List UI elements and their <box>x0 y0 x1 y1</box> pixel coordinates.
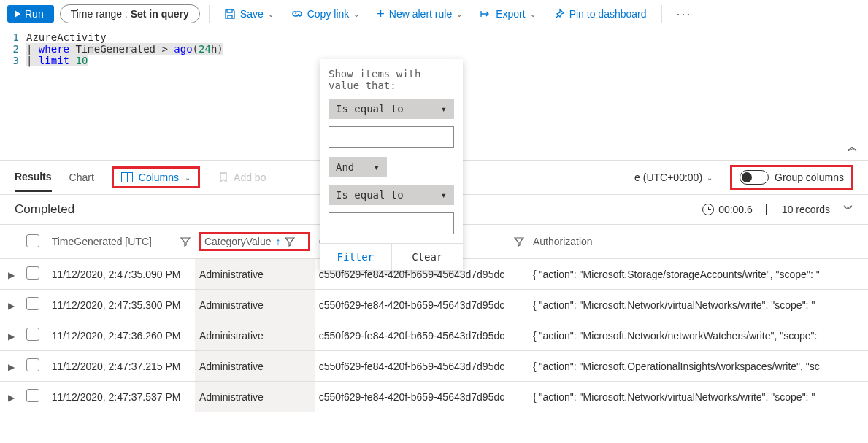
add-bookmark-button: Add bo <box>218 172 266 183</box>
copy-link-label: Copy link <box>307 8 350 20</box>
column-header-category[interactable]: CategoryValue ↑ <box>199 232 310 251</box>
chevron-down-icon: ⌄ <box>185 174 191 182</box>
expand-row-icon[interactable]: ▶ <box>8 331 15 342</box>
save-label: Save <box>240 8 264 20</box>
code-line: AzureActivity <box>26 31 107 43</box>
status-completed: Completed <box>15 202 74 217</box>
column-label: Authorization <box>533 236 593 247</box>
caret-down-icon: ▾ <box>441 103 447 115</box>
pin-icon <box>553 8 565 20</box>
filter-op1-label: Is equal to <box>336 103 404 115</box>
cell-time: 11/12/2020, 2:47:36.260 PM <box>47 320 195 351</box>
cell-authorization: { "action": "Microsoft.OperationalInsigh… <box>529 351 868 382</box>
filter-value-1[interactable] <box>329 126 454 148</box>
caret-down-icon: ▾ <box>441 189 447 201</box>
row-checkbox[interactable] <box>26 328 39 341</box>
pin-button[interactable]: Pin to dashboard <box>548 5 653 23</box>
time-range-picker[interactable]: Time range : Set in query <box>60 4 200 23</box>
run-label: Run <box>25 8 44 20</box>
cell-authorization: { "action": "Microsoft.Network/virtualNe… <box>529 382 868 412</box>
chevron-down-icon: ⌄ <box>268 10 274 18</box>
cell-time: 11/12/2020, 2:47:35.090 PM <box>47 259 195 290</box>
cell-authorization: { "action": "Microsoft.Storage/storageAc… <box>529 259 868 290</box>
export-button[interactable]: Export ⌄ <box>474 5 541 23</box>
row-checkbox[interactable] <box>26 297 39 310</box>
cell-authorization: { "action": "Microsoft.Network/virtualNe… <box>529 290 868 320</box>
separator <box>209 5 210 23</box>
group-columns-control: Group columns <box>730 165 853 190</box>
expand-row-icon[interactable]: ▶ <box>8 301 15 311</box>
cell-time: 11/12/2020, 2:47:37.537 PM <box>47 382 195 412</box>
chevron-down-icon: ⌄ <box>707 174 713 182</box>
record-count: 10 records <box>782 204 830 215</box>
filter-icon[interactable] <box>514 236 524 247</box>
records-icon <box>766 204 777 215</box>
expand-results-icon[interactable]: ︾ <box>843 203 853 216</box>
clock-icon <box>702 204 714 215</box>
chevron-down-icon: ⌄ <box>353 10 359 18</box>
filter-icon[interactable] <box>180 236 191 247</box>
expand-row-icon[interactable]: ▶ <box>8 362 15 372</box>
pin-label: Pin to dashboard <box>569 8 647 20</box>
code-line: | where TimeGenerated > ago(24h) <box>26 43 223 55</box>
cell-category: Administrative <box>195 382 315 412</box>
cell-category: Administrative <box>195 351 315 382</box>
table-row: ▶11/12/2020, 2:47:35.300 PMAdministrativ… <box>0 290 868 320</box>
more-button[interactable]: ··· <box>671 7 698 22</box>
tab-results[interactable]: Results <box>15 163 52 192</box>
line-number: 2 <box>0 43 26 55</box>
new-alert-label: New alert rule <box>389 8 452 20</box>
column-filter-popup: Show items with value that: Is equal to … <box>320 59 463 270</box>
table-row: ▶11/12/2020, 2:47:36.260 PMAdministrativ… <box>0 320 868 351</box>
filter-value-2[interactable] <box>329 212 454 234</box>
save-button[interactable]: Save ⌄ <box>218 5 280 23</box>
expand-row-icon[interactable]: ▶ <box>8 270 15 280</box>
filter-conjunction[interactable]: And ▾ <box>329 157 387 177</box>
group-columns-label: Group columns <box>775 172 844 183</box>
clear-filter-button[interactable]: Clear <box>391 244 464 270</box>
filter-icon[interactable] <box>285 236 295 247</box>
cell-category: Administrative <box>195 320 315 351</box>
filter-operator-2[interactable]: Is equal to ▾ <box>329 185 454 205</box>
column-header-time[interactable]: TimeGenerated [UTC] <box>52 236 191 247</box>
expand-row-icon[interactable]: ▶ <box>8 393 15 403</box>
row-checkbox[interactable] <box>26 358 39 371</box>
filter-operator-1[interactable]: Is equal to ▾ <box>329 99 454 119</box>
column-label: TimeGenerated [UTC] <box>52 236 152 247</box>
columns-label: Columns <box>139 172 179 183</box>
apply-filter-button[interactable]: Filter <box>320 244 391 270</box>
cell-correlation: c550f629-fe84-420f-b659-45643d7d95dc <box>315 382 529 412</box>
line-number: 3 <box>0 55 26 66</box>
cell-time: 11/12/2020, 2:47:37.215 PM <box>47 351 195 382</box>
export-icon <box>480 8 491 20</box>
collapse-editor-icon[interactable]: ︽ <box>848 141 858 154</box>
export-label: Export <box>496 8 525 20</box>
run-button[interactable]: Run <box>7 5 54 23</box>
table-row: ▶11/12/2020, 2:47:37.215 PMAdministrativ… <box>0 351 868 382</box>
table-row: ▶11/12/2020, 2:47:37.537 PMAdministrativ… <box>0 382 868 412</box>
display-time-dropdown[interactable]: e (UTC+00:00) ⌄ <box>634 172 713 183</box>
plus-icon: + <box>377 9 385 19</box>
elapsed-time: 00:00.6 <box>718 204 753 215</box>
separator <box>661 5 662 23</box>
new-alert-button[interactable]: + New alert rule ⌄ <box>371 5 468 23</box>
row-checkbox[interactable] <box>26 389 39 402</box>
cell-category: Administrative <box>195 259 315 290</box>
group-columns-toggle[interactable] <box>740 170 769 185</box>
columns-button[interactable]: Columns ⌄ <box>112 166 200 188</box>
query-editor[interactable]: 1AzureActivity 2| where TimeGenerated > … <box>0 28 868 160</box>
copy-link-button[interactable]: Copy link ⌄ <box>285 5 366 23</box>
caret-down-icon: ▾ <box>374 161 380 173</box>
row-checkbox[interactable] <box>26 266 39 280</box>
display-time-label: e (UTC+00:00) <box>634 172 702 183</box>
select-all-checkbox[interactable] <box>26 234 39 247</box>
cell-correlation: c550f629-fe84-420f-b659-45643d7d95dc <box>315 351 529 382</box>
column-label: CategoryValue <box>204 236 272 247</box>
sort-asc-icon[interactable]: ↑ <box>275 236 280 247</box>
column-header-authorization[interactable]: Authorization <box>533 236 864 247</box>
columns-icon <box>121 172 133 182</box>
tab-chart[interactable]: Chart <box>69 164 94 190</box>
filter-op2-label: Is equal to <box>336 189 404 201</box>
cell-category: Administrative <box>195 290 315 320</box>
line-number: 1 <box>0 31 26 43</box>
